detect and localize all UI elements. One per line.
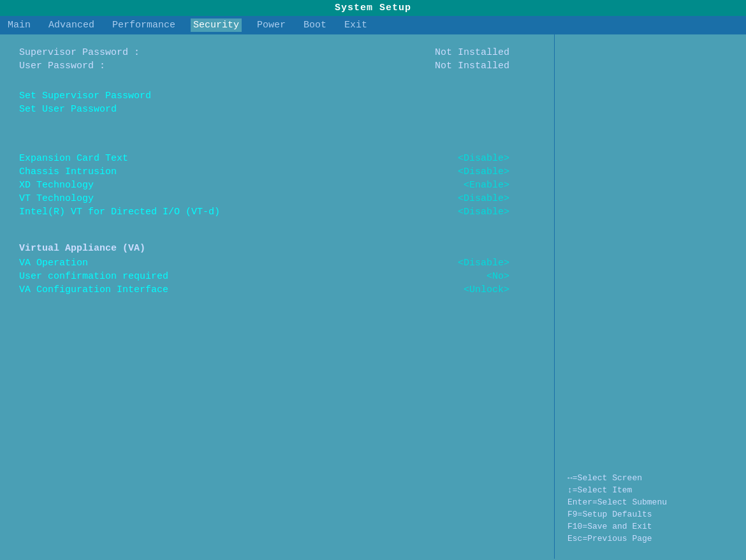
help-select-item: ↕=Select Item: [567, 485, 733, 495]
xd-tech-row: XD Technology <Enable>: [19, 180, 535, 191]
set-supervisor-password-link[interactable]: Set Supervisor Password: [19, 91, 535, 101]
help-enter-submenu: Enter=Select Submenu: [567, 497, 733, 507]
intel-vt-value[interactable]: <Disable>: [458, 207, 509, 217]
user-confirm-row: User confirmation required <No>: [19, 271, 535, 282]
va-operation-value[interactable]: <Disable>: [458, 258, 509, 269]
expansion-card-value[interactable]: <Disable>: [458, 153, 509, 164]
chassis-intrusion-row: Chassis Intrusion <Disable>: [19, 166, 535, 177]
chassis-intrusion-label[interactable]: Chassis Intrusion: [19, 166, 117, 177]
menu-item-boot[interactable]: Boot: [301, 18, 329, 32]
user-confirm-value[interactable]: <No>: [486, 271, 509, 282]
menu-item-performance[interactable]: Performance: [110, 18, 178, 32]
va-config-row: VA Configuration Interface <Unlock>: [19, 284, 535, 295]
user-password-label: User Password :: [19, 61, 105, 71]
password-section: Supervisor Password : Not Installed User…: [19, 47, 535, 71]
vt-tech-row: VT Technology <Disable>: [19, 193, 535, 204]
right-panel: ↔=Select Screen ↕=Select Item Enter=Sele…: [555, 34, 746, 559]
user-password-value: Not Installed: [435, 61, 509, 71]
help-section: ↔=Select Screen ↕=Select Item Enter=Sele…: [567, 473, 733, 546]
va-config-label[interactable]: VA Configuration Interface: [19, 284, 168, 295]
menu-bar: Main Advanced Performance Security Power…: [0, 16, 746, 34]
help-select-screen: ↔=Select Screen: [567, 473, 733, 483]
xd-tech-label[interactable]: XD Technology: [19, 180, 94, 191]
set-user-password-link[interactable]: Set User Password: [19, 104, 535, 115]
password-actions-section: Set Supervisor Password Set User Passwor…: [19, 91, 535, 115]
va-operation-label[interactable]: VA Operation: [19, 258, 88, 269]
menu-item-power[interactable]: Power: [254, 18, 288, 32]
user-password-row: User Password : Not Installed: [19, 61, 535, 71]
help-save-exit: F10=Save and Exit: [567, 522, 733, 531]
help-setup-defaults: F9=Setup Defaults: [567, 510, 733, 519]
menu-item-exit[interactable]: Exit: [342, 18, 370, 32]
intel-vt-label[interactable]: Intel(R) VT for Directed I/O (VT-d): [19, 207, 220, 217]
va-operation-row: VA Operation <Disable>: [19, 258, 535, 269]
intel-vt-row: Intel(R) VT for Directed I/O (VT-d) <Dis…: [19, 207, 535, 217]
user-confirm-label[interactable]: User confirmation required: [19, 271, 168, 282]
supervisor-password-row: Supervisor Password : Not Installed: [19, 47, 535, 58]
xd-tech-value[interactable]: <Enable>: [464, 180, 509, 191]
expansion-card-label[interactable]: Expansion Card Text: [19, 153, 128, 164]
title-bar: System Setup: [0, 0, 746, 16]
virtual-appliance-section: Virtual Appliance (VA) VA Operation <Dis…: [19, 243, 535, 295]
expansion-card-row: Expansion Card Text <Disable>: [19, 153, 535, 164]
left-panel: Supervisor Password : Not Installed User…: [0, 34, 555, 559]
settings-section: Expansion Card Text <Disable> Chassis In…: [19, 153, 535, 217]
supervisor-password-label: Supervisor Password :: [19, 47, 140, 58]
app-title: System Setup: [335, 3, 411, 13]
chassis-intrusion-value[interactable]: <Disable>: [458, 166, 509, 177]
menu-item-security[interactable]: Security: [191, 18, 242, 32]
menu-item-advanced[interactable]: Advanced: [46, 18, 97, 32]
menu-item-main[interactable]: Main: [5, 18, 33, 32]
supervisor-password-value: Not Installed: [435, 47, 509, 58]
vt-tech-value[interactable]: <Disable>: [458, 193, 509, 204]
help-previous-page: Esc=Previous Page: [567, 534, 733, 543]
va-config-value[interactable]: <Unlock>: [464, 284, 509, 295]
vt-tech-label[interactable]: VT Technology: [19, 193, 94, 204]
main-content: Supervisor Password : Not Installed User…: [0, 34, 746, 559]
va-header: Virtual Appliance (VA): [19, 243, 535, 254]
